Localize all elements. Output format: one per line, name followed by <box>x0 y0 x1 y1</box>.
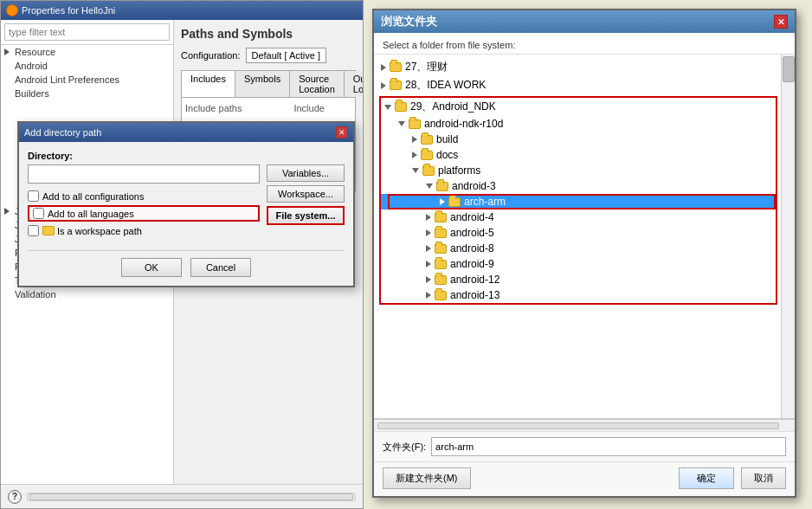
help-button[interactable]: ? <box>8 490 22 504</box>
tree-label-platforms: platforms <box>438 164 480 177</box>
tree-label-android-3: android-3 <box>452 180 496 192</box>
file-browser-title-bar: 浏览文件夹 ✕ <box>374 10 795 33</box>
tree-item-27[interactable]: 27、理财 <box>377 58 779 76</box>
tree-item-docs[interactable]: docs <box>381 147 776 163</box>
file-browser-tree[interactable]: 27、理财 28、IDEA WORK 29、Android_NDK <box>374 55 795 419</box>
arrow-right-icon <box>426 276 431 283</box>
tree-label-27: 27、理财 <box>405 60 448 74</box>
config-dropdown[interactable]: Default [ Active ] <box>246 48 326 63</box>
workspace-path-label: Is a workspace path <box>57 226 142 236</box>
arrow-right-icon <box>4 48 10 55</box>
folder-icon <box>390 62 402 72</box>
tree-label-android-5: android-5 <box>450 227 494 239</box>
tree-item-platforms[interactable]: platforms <box>381 163 776 178</box>
add-to-all-configs-checkbox[interactable] <box>28 190 39 202</box>
folder-icon <box>421 135 433 145</box>
add-directory-close-button[interactable]: ✕ <box>336 126 348 139</box>
footer-filename-input[interactable] <box>431 437 786 456</box>
tree-item-android-4[interactable]: android-4 <box>381 209 776 225</box>
arrow-right-icon <box>440 198 445 205</box>
folder-icon <box>435 213 447 222</box>
tree-label-arch-arm: arch-arm <box>464 196 506 208</box>
tree-item-arch-arm[interactable]: arch-arm <box>381 194 776 209</box>
workspace-path-row: Is a workspace path <box>28 225 260 236</box>
tab-symbols[interactable]: Symbols <box>235 71 290 97</box>
sidebar-item-validation[interactable]: Validation <box>1 287 173 301</box>
arrow-right-icon-2 <box>4 208 10 215</box>
include-col-header: Include paths <box>185 103 242 113</box>
bottom-bar: ? <box>1 484 363 508</box>
tree-item-android-3[interactable]: android-3 <box>381 178 776 194</box>
tree-item-ndk-r10d[interactable]: android-ndk-r10d <box>381 116 776 132</box>
dialog-buttons-right: Variables... Workspace... File system... <box>267 164 345 243</box>
arrow-right-icon <box>412 136 417 143</box>
folder-icon <box>435 244 447 254</box>
add-directory-title-bar: Add directory path ✕ <box>19 123 353 142</box>
file-browser-prompt: Select a folder from file system: <box>374 33 795 55</box>
tree-label-android-4: android-4 <box>450 211 494 223</box>
tree-item-build[interactable]: build <box>381 132 776 147</box>
add-directory-dialog: Add directory path ✕ Directory: Add to a… <box>17 121 355 287</box>
sidebar-item-builders[interactable]: Builders <box>1 87 173 100</box>
sidebar-item-resource[interactable]: Resource <box>1 45 173 59</box>
dialog-bottom-buttons: OK Cancel <box>28 250 345 277</box>
vertical-scrollbar[interactable] <box>781 55 795 418</box>
workspace-button[interactable]: Workspace... <box>267 185 345 203</box>
tree-label-android-8: android-8 <box>450 242 494 254</box>
tree-item-android-5[interactable]: android-5 <box>381 225 776 241</box>
folder-icon <box>435 229 447 238</box>
variables-button[interactable]: Variables... <box>267 164 345 182</box>
arrow-right-icon <box>426 229 431 236</box>
arrow-down-icon <box>384 105 391 110</box>
add-to-all-configs-label: Add to all configurations <box>42 191 144 202</box>
folder-open-icon <box>409 119 421 129</box>
arrow-right-icon <box>426 245 431 252</box>
folder-open-icon <box>395 102 407 112</box>
arrow-right-icon <box>426 292 431 299</box>
file-system-button[interactable]: File system... <box>267 206 345 225</box>
file-browser-close-button[interactable]: ✕ <box>774 15 788 29</box>
arrow-right-icon <box>426 214 431 221</box>
fb-ok-button[interactable]: 确定 <box>679 467 734 489</box>
cancel-button[interactable]: Cancel <box>190 258 251 277</box>
tree-item-android-13[interactable]: android-13 <box>381 287 776 303</box>
file-browser-dialog: 浏览文件夹 ✕ Select a folder from file system… <box>372 9 796 498</box>
arrow-down-icon <box>398 121 405 126</box>
folder-icon <box>435 260 447 269</box>
add-directory-body: Directory: Add to all configurations Add… <box>19 142 353 286</box>
directory-input[interactable] <box>28 164 260 184</box>
filter-box <box>1 20 173 45</box>
main-title: Properties for HelloJni <box>22 5 115 16</box>
horizontal-scrollbar[interactable] <box>29 493 353 500</box>
workspace-path-checkbox[interactable] <box>28 225 39 236</box>
fb-cancel-button[interactable]: 取消 <box>741 467 786 489</box>
tree-item-android-8[interactable]: android-8 <box>381 241 776 256</box>
tree-label-android-12: android-12 <box>450 274 499 286</box>
new-folder-button[interactable]: 新建文件夹(M) <box>383 467 471 489</box>
filter-input[interactable] <box>4 23 170 41</box>
tab-includes[interactable]: Includes <box>182 71 235 97</box>
folder-icon <box>435 275 447 285</box>
folder-icon <box>435 291 447 300</box>
horizontal-scrollbar-area[interactable] <box>374 419 795 431</box>
tab-output-location[interactable]: Output Location <box>345 71 363 97</box>
sidebar-item-android-lint[interactable]: Android Lint Preferences <box>1 73 173 87</box>
folder-icon <box>448 197 461 207</box>
tree-item-android-9[interactable]: android-9 <box>381 256 776 272</box>
ok-button[interactable]: OK <box>121 258 182 277</box>
add-to-all-languages-checkbox[interactable] <box>33 208 44 219</box>
file-browser-buttons: 新建文件夹(M) 确定 取消 <box>374 461 795 496</box>
tree-item-28[interactable]: 28、IDEA WORK <box>377 76 779 94</box>
tree-item-29[interactable]: 29、Android_NDK <box>381 98 776 116</box>
add-directory-title: Add directory path <box>24 127 101 138</box>
tree-item-android-12[interactable]: android-12 <box>381 272 776 287</box>
tab-source-location[interactable]: Source Location <box>290 71 345 97</box>
config-row: Configuration: Default [ Active ] <box>181 48 356 63</box>
arrow-right-icon <box>412 151 417 158</box>
sidebar-item-android[interactable]: Android <box>1 59 173 73</box>
tree-label-29: 29、Android_NDK <box>410 100 496 114</box>
arrow-right-icon <box>381 64 386 71</box>
tree-label-ndk-r10d: android-ndk-r10d <box>424 118 503 130</box>
tree-label-android-13: android-13 <box>450 289 499 301</box>
footer-label: 文件夹(F): <box>383 441 426 454</box>
